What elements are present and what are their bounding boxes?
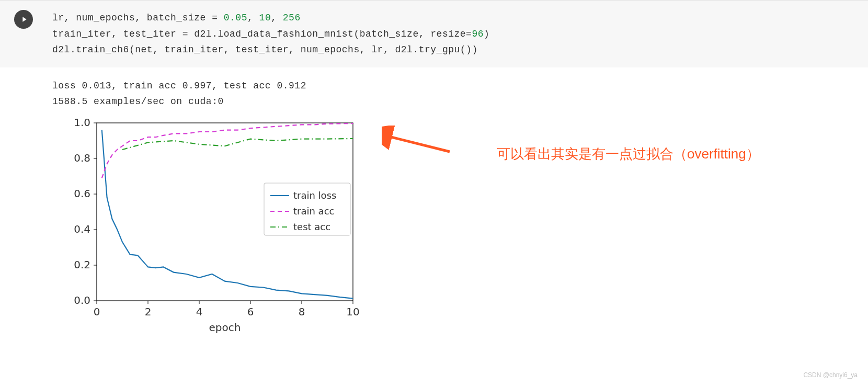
code-text: ) xyxy=(484,29,489,39)
code-text: train_iter, test_iter = d2l.load_data_fa… xyxy=(52,29,472,39)
svg-text:10: 10 xyxy=(346,305,359,318)
arrow-svg xyxy=(382,126,455,167)
code-input[interactable]: lr, num_epochs, batch_size = 0.05, 10, 2… xyxy=(47,1,868,67)
svg-text:1.0: 1.0 xyxy=(74,116,90,129)
arrow-icon xyxy=(387,136,450,152)
annotation-text: 可以看出其实是有一点过拟合（overfitting） xyxy=(497,145,760,163)
svg-text:0.2: 0.2 xyxy=(74,258,90,271)
code-text: d2l.train_ch6(net, train_iter, test_iter… xyxy=(52,44,478,55)
svg-text:0.8: 0.8 xyxy=(74,152,90,164)
svg-text:train loss: train loss xyxy=(293,190,336,201)
output-line: loss 0.013, train acc 0.997, test acc 0.… xyxy=(52,81,306,91)
code-number: 10 xyxy=(259,13,271,23)
svg-text:0: 0 xyxy=(94,305,100,318)
svg-text:0.4: 0.4 xyxy=(74,223,90,235)
chart-row: 0.00.20.40.60.81.00246810epochtrain loss… xyxy=(0,110,868,345)
svg-text:8: 8 xyxy=(299,305,305,318)
svg-text:0.0: 0.0 xyxy=(74,294,90,306)
code-number: 256 xyxy=(283,13,301,23)
annotation-group: 可以看出其实是有一点过拟合（overfitting） xyxy=(382,126,760,167)
svg-text:epoch: epoch xyxy=(209,321,241,334)
svg-text:train acc: train acc xyxy=(293,206,334,217)
cell-gutter xyxy=(0,1,47,67)
code-text: lr, num_epochs, batch_size = xyxy=(52,13,224,23)
output-line: 1588.5 examples/sec on cuda:0 xyxy=(52,96,224,107)
code-text: , xyxy=(271,13,283,23)
svg-text:4: 4 xyxy=(196,305,203,318)
svg-text:test acc: test acc xyxy=(293,221,330,232)
run-button[interactable] xyxy=(14,10,33,29)
svg-text:0.6: 0.6 xyxy=(74,187,90,200)
training-chart: 0.00.20.40.60.81.00246810epochtrain loss… xyxy=(42,115,366,345)
code-cell: lr, num_epochs, batch_size = 0.05, 10, 2… xyxy=(0,0,868,67)
code-number: 96 xyxy=(472,29,484,39)
code-text: , xyxy=(247,13,259,23)
play-icon xyxy=(20,15,28,24)
svg-text:6: 6 xyxy=(247,305,254,318)
svg-text:2: 2 xyxy=(145,305,152,318)
output-text: loss 0.013, train acc 0.997, test acc 0.… xyxy=(0,67,868,110)
code-number: 0.05 xyxy=(224,13,247,23)
